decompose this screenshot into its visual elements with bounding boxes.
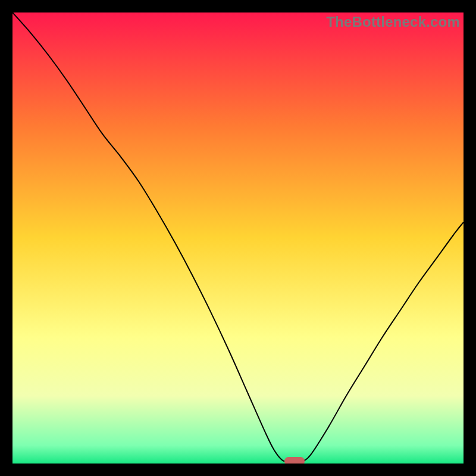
watermark-text: TheBottleneck.com [326,14,460,30]
optimal-marker [284,457,305,464]
bottleneck-curve [12,12,464,464]
chart-frame: TheBottleneck.com [0,0,476,476]
plot-area: TheBottleneck.com [12,12,464,464]
